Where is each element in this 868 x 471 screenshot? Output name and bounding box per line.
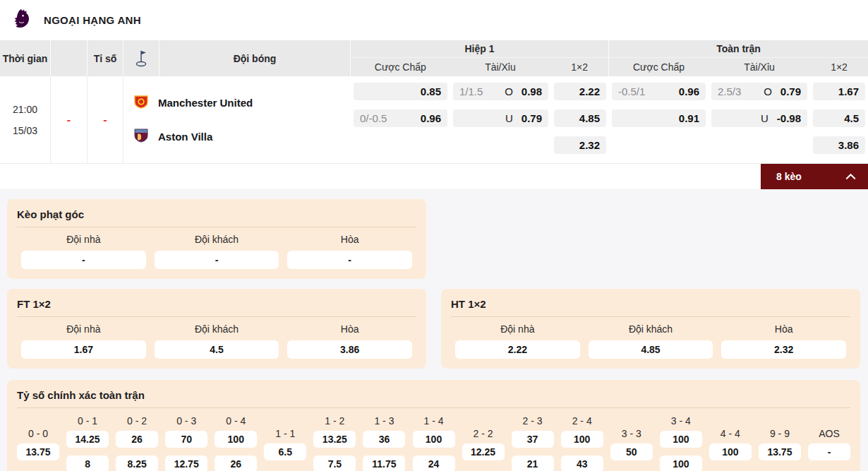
score-label: 0 - 2 bbox=[127, 415, 147, 427]
teams-cell: Manchester United Aston Villa bbox=[123, 76, 351, 163]
h1-handicap-home[interactable]: 0.85 bbox=[354, 83, 447, 100]
score-column: 4 - 4100 bbox=[709, 428, 752, 460]
score-label: AOS bbox=[819, 428, 840, 439]
corners-away-odds[interactable]: - bbox=[155, 251, 279, 269]
h1-over-side: O bbox=[505, 85, 513, 97]
h1-handicap-header: Cược Chấp bbox=[351, 58, 450, 76]
score-odds[interactable]: 7.5 bbox=[313, 455, 356, 471]
corners-home-odds[interactable]: - bbox=[21, 251, 146, 269]
ft-hdp-home-odds: 0.96 bbox=[679, 85, 699, 97]
h1-under-side: U bbox=[505, 112, 513, 124]
ht-1x2-away-odds[interactable]: 4.85 bbox=[589, 340, 713, 359]
score-odds[interactable]: 70 bbox=[165, 431, 207, 448]
score-column: 0 - 013.75 bbox=[17, 428, 59, 460]
score-odds[interactable]: 21 bbox=[512, 455, 554, 471]
ht-1x2-draw-odds[interactable]: 2.32 bbox=[721, 340, 846, 359]
corners-draw-col: Hòa - bbox=[283, 234, 416, 269]
ft-1x2-away[interactable]: 4.5 bbox=[813, 109, 865, 127]
score-odds[interactable]: 26 bbox=[116, 431, 158, 448]
score-odds[interactable]: 100 bbox=[215, 431, 257, 448]
score-odds[interactable]: 11.75 bbox=[363, 455, 405, 471]
ft-1x2-draw[interactable]: 3.86 bbox=[813, 136, 865, 154]
ht-1x2-away-label: Đội khách bbox=[589, 323, 713, 335]
score-odds[interactable]: 13.25 bbox=[313, 431, 356, 448]
score-odds[interactable]: 100 bbox=[660, 455, 702, 471]
ft-1x2-draw-odds[interactable]: 3.86 bbox=[287, 340, 412, 359]
ft-under[interactable]: U -0.98 bbox=[711, 109, 807, 127]
score-odds[interactable]: 24 bbox=[413, 455, 455, 471]
score-odds[interactable]: 50 bbox=[610, 443, 653, 460]
ft-1x2-away-odds[interactable]: 4.5 bbox=[155, 340, 279, 359]
away-team-name: Aston Villa bbox=[158, 131, 212, 143]
ht-1x2-draw-col: Hòa 2.32 bbox=[717, 323, 850, 359]
corners-draw-label: Hòa bbox=[287, 234, 412, 245]
ft-over-side: O bbox=[764, 85, 772, 97]
score-column: 2 - 410043 bbox=[561, 415, 603, 471]
score-label: 3 - 3 bbox=[622, 428, 641, 439]
corners-title: Kèo phạt góc bbox=[17, 208, 416, 227]
ft-1x2-home[interactable]: 1.67 bbox=[813, 83, 865, 100]
group-header-half1: Hiệp 1 Cược Chấp Tài/Xỉu 1×2 bbox=[351, 40, 609, 76]
ht-1x2-section: HT 1×2 Đội nhà 2.22 Đội khách 4.85 Hòa 2… bbox=[441, 289, 860, 369]
h1-hdp-away-line: 0/-0.5 bbox=[360, 112, 421, 124]
ft-over[interactable]: 2.5/3 O 0.79 bbox=[711, 83, 807, 100]
ft-handicap-home[interactable]: -0.5/1 0.96 bbox=[612, 83, 706, 100]
score-odds[interactable]: 100 bbox=[561, 431, 603, 448]
score-column: 1 - 410024 bbox=[413, 415, 455, 471]
betting-page: NGOẠI HẠNG ANH Thời gian Tỉ số Đội bóng … bbox=[0, 0, 868, 471]
h1-1x2-draw[interactable]: 2.32 bbox=[554, 136, 606, 154]
h1-1x2-away[interactable]: 4.85 bbox=[554, 109, 606, 127]
more-bets-button[interactable]: 8 kèo bbox=[761, 164, 868, 189]
score-odds[interactable]: 100 bbox=[660, 431, 702, 448]
score-odds[interactable]: 36 bbox=[363, 431, 405, 448]
ft-under-odds: -0.98 bbox=[777, 112, 801, 124]
score-odds[interactable]: 12.75 bbox=[165, 455, 207, 471]
score-odds[interactable]: 12.25 bbox=[462, 443, 505, 460]
score-label: 0 - 1 bbox=[78, 415, 97, 427]
score-odds[interactable]: - bbox=[808, 443, 850, 460]
league-header: NGOẠI HẠNG ANH bbox=[0, 0, 868, 40]
ft-1x2-draw-col: Hòa 3.86 bbox=[283, 323, 416, 359]
score-label: 0 - 4 bbox=[226, 415, 246, 427]
corners-draw-odds[interactable]: - bbox=[287, 251, 412, 269]
score-odds[interactable]: 13.75 bbox=[17, 443, 59, 460]
score-home: - bbox=[67, 114, 71, 126]
score-odds[interactable]: 37 bbox=[512, 431, 554, 448]
h1-handicap-away[interactable]: 0/-0.5 0.96 bbox=[354, 109, 447, 127]
corners-home-label: Đội nhà bbox=[21, 234, 146, 245]
half1-odds-group: 0.85 0/-0.5 0.96 1/1.5 O 0.98 U 0.79 bbox=[351, 76, 609, 163]
score-home-cell: - bbox=[51, 76, 88, 163]
ht-1x2-home-odds[interactable]: 2.22 bbox=[455, 340, 580, 359]
h1-under[interactable]: U 0.79 bbox=[453, 109, 548, 127]
ft-1x2-home-odds[interactable]: 1.67 bbox=[21, 340, 146, 359]
score-odds[interactable]: 14.25 bbox=[66, 431, 109, 448]
score-label: 1 - 2 bbox=[325, 415, 344, 427]
score-odds[interactable]: 6.5 bbox=[264, 443, 306, 460]
score-odds[interactable]: 13.75 bbox=[759, 443, 801, 460]
h1-1x2-home[interactable]: 2.22 bbox=[554, 83, 606, 100]
score-odds[interactable]: 8.25 bbox=[116, 455, 158, 471]
ht-1x2-home-col: Đội nhà 2.22 bbox=[451, 323, 584, 359]
match-date: 15/03 bbox=[13, 125, 37, 136]
group-header-fulltime: Toàn trận Cược Chấp Tài/Xỉu 1×2 bbox=[609, 40, 868, 76]
home-team-row[interactable]: Manchester United bbox=[133, 93, 351, 113]
score-odds[interactable]: 100 bbox=[413, 431, 455, 448]
bet-detail-sections: Kèo phạt góc Đội nhà - Đội khách - Hòa -… bbox=[0, 189, 868, 471]
score-odds[interactable]: 43 bbox=[561, 455, 603, 471]
half1-title: Hiệp 1 bbox=[351, 40, 608, 58]
away-team-row[interactable]: Aston Villa bbox=[133, 127, 351, 147]
score-odds[interactable]: 26 bbox=[215, 455, 257, 471]
ft-handicap-header: Cược Chấp bbox=[609, 58, 709, 76]
ht-1x2-title: HT 1×2 bbox=[451, 298, 850, 317]
ft-hdp-home-line: -0.5/1 bbox=[618, 85, 679, 97]
h1-over[interactable]: 1/1.5 O 0.98 bbox=[453, 83, 548, 100]
score-odds[interactable]: 100 bbox=[709, 443, 752, 460]
ft-over-line: 2.5/3 bbox=[718, 85, 764, 97]
ft-1x2-section: FT 1×2 Đội nhà 1.67 Đội khách 4.5 Hòa 3.… bbox=[7, 289, 426, 369]
ft-handicap-away[interactable]: 0.91 bbox=[612, 109, 706, 127]
score-column: 0 - 114.258 bbox=[66, 415, 109, 471]
more-bets-label: 8 kèo bbox=[776, 171, 802, 182]
col-header-score-home bbox=[51, 40, 88, 76]
score-odds[interactable]: 8 bbox=[66, 455, 109, 471]
ft-overunder-header: Tài/Xỉu bbox=[709, 58, 810, 76]
